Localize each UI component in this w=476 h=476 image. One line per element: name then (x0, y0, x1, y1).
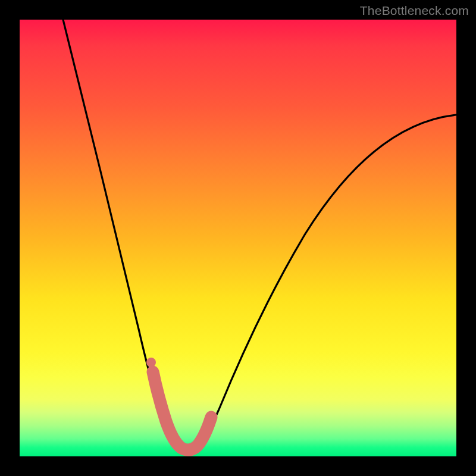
watermark-text: TheBottleneck.com (360, 4, 469, 18)
marker-dot (146, 358, 156, 367)
curve-layer (20, 20, 456, 456)
bottleneck-curve (63, 20, 456, 451)
optimal-range-marker (153, 372, 211, 450)
chart-stage: TheBottleneck.com (0, 0, 476, 476)
